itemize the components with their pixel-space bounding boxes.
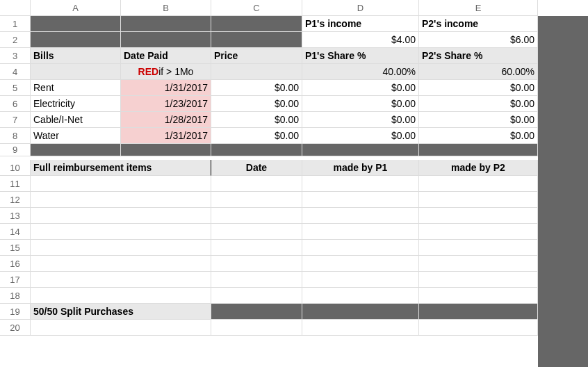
cell-AB15[interactable]	[31, 240, 211, 256]
cell-D18[interactable]	[302, 288, 419, 304]
col-header-D[interactable]: D	[302, 0, 419, 16]
cell-D3-p1-share-header[interactable]: P1's Share %	[302, 48, 419, 64]
corner-cell[interactable]	[0, 0, 31, 16]
cell-C17[interactable]	[211, 272, 302, 288]
cell-C7-bill-price[interactable]: $0.00	[211, 112, 302, 128]
col-header-A[interactable]: A	[31, 0, 121, 16]
row-header-20[interactable]: 20	[0, 320, 31, 336]
cell-A8-bill-name[interactable]: Water	[31, 128, 121, 144]
row-header-12[interactable]: 12	[0, 192, 31, 208]
cell-D7-bill-p1[interactable]: $0.00	[302, 112, 419, 128]
cell-C19[interactable]	[211, 304, 302, 320]
cell-E11[interactable]	[419, 176, 538, 192]
cell-AB12[interactable]	[31, 192, 211, 208]
cell-A1[interactable]	[31, 16, 121, 32]
cell-C13[interactable]	[211, 208, 302, 224]
cell-B1[interactable]	[121, 16, 211, 32]
cell-B4-red-note[interactable]: RED if > 1Mo	[121, 64, 211, 80]
row-header-16[interactable]: 16	[0, 256, 31, 272]
cell-AB18[interactable]	[31, 288, 211, 304]
cell-E6-bill-p2[interactable]: $0.00	[419, 96, 538, 112]
cell-A2[interactable]	[31, 32, 121, 48]
col-header-B[interactable]: B	[121, 0, 211, 16]
cell-D9[interactable]	[302, 144, 419, 156]
cell-D11[interactable]	[302, 176, 419, 192]
cell-AB19-split-title[interactable]: 50/50 Split Purchases	[31, 304, 211, 320]
cell-E8-bill-p2[interactable]: $0.00	[419, 128, 538, 144]
cell-C16[interactable]	[211, 256, 302, 272]
cell-C11[interactable]	[211, 176, 302, 192]
cell-D19[interactable]	[302, 304, 419, 320]
cell-AB13[interactable]	[31, 208, 211, 224]
cell-C8-bill-price[interactable]: $0.00	[211, 128, 302, 144]
cell-E19[interactable]	[419, 304, 538, 320]
cell-E18[interactable]	[419, 288, 538, 304]
cell-AB17[interactable]	[31, 272, 211, 288]
cell-A5-bill-name[interactable]: Rent	[31, 80, 121, 96]
cell-C2[interactable]	[211, 32, 302, 48]
cell-C10-date-header[interactable]: Date	[211, 160, 302, 176]
cell-B7-bill-date[interactable]: 1/28/2017	[121, 112, 211, 128]
cell-B6-bill-date[interactable]: 1/23/2017	[121, 96, 211, 112]
row-header-13[interactable]: 13	[0, 208, 31, 224]
cell-D15[interactable]	[302, 240, 419, 256]
cell-E20[interactable]	[419, 320, 538, 336]
cell-AB11[interactable]	[31, 176, 211, 192]
cell-C20[interactable]	[211, 320, 302, 336]
cell-E2-p2-income-value[interactable]: $6.00	[419, 32, 538, 48]
col-header-C[interactable]: C	[211, 0, 302, 16]
cell-E17[interactable]	[419, 272, 538, 288]
cell-E5-bill-p2[interactable]: $0.00	[419, 80, 538, 96]
cell-D10-made-by-p1[interactable]: made by P1	[302, 160, 419, 176]
cell-E3-p2-share-header[interactable]: P2's Share %	[419, 48, 538, 64]
cell-D20[interactable]	[302, 320, 419, 336]
cell-C4[interactable]	[211, 64, 302, 80]
row-header-5[interactable]: 5	[0, 80, 31, 96]
cell-B8-bill-date[interactable]: 1/31/2017	[121, 128, 211, 144]
cell-C1[interactable]	[211, 16, 302, 32]
cell-D13[interactable]	[302, 208, 419, 224]
cell-D1-p1-income-label[interactable]: P1's income	[302, 16, 419, 32]
cell-D16[interactable]	[302, 256, 419, 272]
cell-A3-bills-header[interactable]: Bills	[31, 48, 121, 64]
cell-E16[interactable]	[419, 256, 538, 272]
cell-E9[interactable]	[419, 144, 538, 156]
cell-C12[interactable]	[211, 192, 302, 208]
cell-D8-bill-p1[interactable]: $0.00	[302, 128, 419, 144]
row-header-10[interactable]: 10	[0, 160, 31, 176]
row-header-11[interactable]: 11	[0, 176, 31, 192]
row-header-6[interactable]: 6	[0, 96, 31, 112]
cell-B9[interactable]	[121, 144, 211, 156]
cell-E15[interactable]	[419, 240, 538, 256]
row-header-2[interactable]: 2	[0, 32, 31, 48]
cell-C5-bill-price[interactable]: $0.00	[211, 80, 302, 96]
cell-AB20[interactable]	[31, 320, 211, 336]
row-header-9[interactable]: 9	[0, 144, 31, 156]
cell-D2-p1-income-value[interactable]: $4.00	[302, 32, 419, 48]
cell-AB16[interactable]	[31, 256, 211, 272]
row-header-3[interactable]: 3	[0, 48, 31, 64]
cell-E1-p2-income-label[interactable]: P2's income	[419, 16, 538, 32]
cell-A4[interactable]	[31, 64, 121, 80]
cell-D6-bill-p1[interactable]: $0.00	[302, 96, 419, 112]
cell-E4-p2-share-pct[interactable]: 60.00%	[419, 64, 538, 80]
col-header-E[interactable]: E	[419, 0, 538, 16]
cell-B5-bill-date[interactable]: 1/31/2017	[121, 80, 211, 96]
cell-A7-bill-name[interactable]: Cable/I-Net	[31, 112, 121, 128]
cell-E10-made-by-p2[interactable]: made by P2	[419, 160, 538, 176]
cell-A6-bill-name[interactable]: Electricity	[31, 96, 121, 112]
row-header-19[interactable]: 19	[0, 304, 31, 320]
row-header-4[interactable]: 4	[0, 64, 31, 80]
row-header-18[interactable]: 18	[0, 288, 31, 304]
cell-AB14[interactable]	[31, 224, 211, 240]
cell-E14[interactable]	[419, 224, 538, 240]
cell-C15[interactable]	[211, 240, 302, 256]
row-header-17[interactable]: 17	[0, 272, 31, 288]
cell-A9[interactable]	[31, 144, 121, 156]
cell-B2[interactable]	[121, 32, 211, 48]
row-header-15[interactable]: 15	[0, 240, 31, 256]
cell-C6-bill-price[interactable]: $0.00	[211, 96, 302, 112]
cell-E13[interactable]	[419, 208, 538, 224]
cell-D4-p1-share-pct[interactable]: 40.00%	[302, 64, 419, 80]
cell-D12[interactable]	[302, 192, 419, 208]
